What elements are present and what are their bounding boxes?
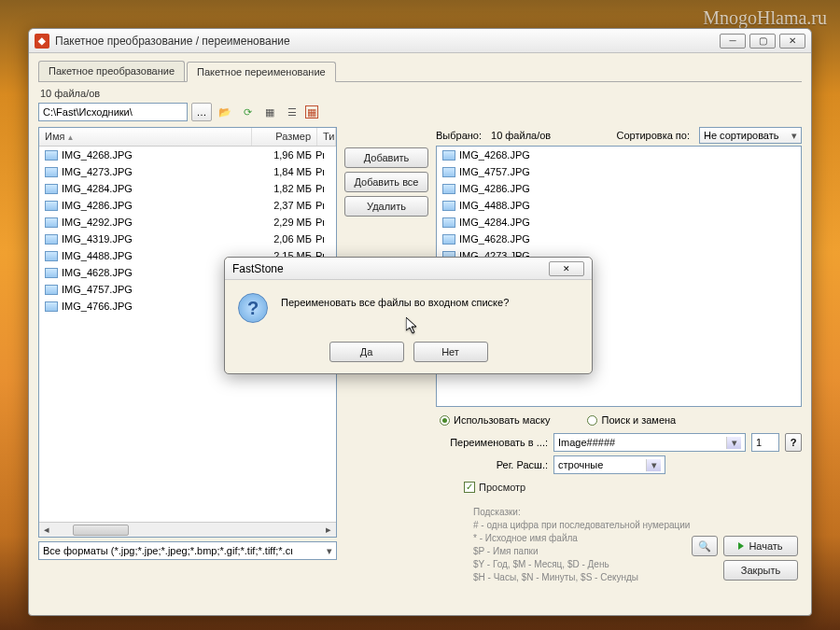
ext-case-combo[interactable]: строчные▾ [553,455,665,474]
preview-window-button[interactable]: 🔍 [692,536,718,556]
image-file-icon [442,167,455,177]
dialog-no-button[interactable]: Нет [413,342,488,362]
refresh-icon[interactable]: ⟳ [238,103,257,121]
image-file-icon [45,201,58,211]
sort-label: Сортировка по: [616,130,690,141]
table-row[interactable]: IMG_4286.JPG2,37 МБРι [39,197,336,214]
question-icon: ? [238,293,268,323]
start-number-spinner[interactable]: 1 [751,433,779,452]
dialog-close-button[interactable]: ✕ [549,261,584,276]
image-file-icon [45,268,58,278]
table-row[interactable]: IMG_4319.JPG2,06 МБРι [39,231,336,247]
horizontal-scrollbar[interactable]: ◂▸ [39,522,336,537]
tab-bar: Пакетное преобразование Пакетное переиме… [38,61,802,82]
tab-convert[interactable]: Пакетное преобразование [38,61,185,81]
image-file-icon [45,184,58,194]
view-thumb-icon[interactable]: ▦ [305,105,318,119]
cursor-icon [406,317,421,338]
add-all-button[interactable]: Добавить все [344,172,428,192]
radio-search-replace[interactable]: Поиск и замена [587,414,676,426]
close-main-button[interactable]: Закрыть [723,560,798,581]
path-input[interactable] [38,103,188,121]
preview-checkbox[interactable]: ✓Просмотр [464,482,802,493]
list-item[interactable]: IMG_4284.JPG [437,214,801,231]
format-filter-combo[interactable]: Все форматы (*.jpg;*.jpe;*.jpeg;*.bmp;*.… [38,541,337,560]
window-title: Пакетное преобразование / переименование [55,35,290,48]
col-type[interactable]: Ти [317,128,336,146]
col-name[interactable]: Имя▲ [39,128,252,146]
view-list-icon[interactable]: ☰ [283,103,301,121]
minimize-button[interactable]: ─ [720,34,746,49]
rename-to-label: Переименовать в ...: [436,437,548,448]
image-file-icon [442,234,455,245]
confirm-dialog: FastStone ✕ ? Переименовать все файлы во… [224,257,593,374]
image-file-icon [45,301,58,312]
table-row[interactable]: IMG_4284.JPG1,82 МБРι [39,180,336,197]
file-count-label: 10 файла/ов [40,88,802,99]
list-item[interactable]: IMG_4757.JPG [437,163,801,180]
image-file-icon [442,184,455,194]
table-row[interactable]: IMG_4273.JPG1,84 МБРι [39,163,336,180]
view-details-icon[interactable]: ▦ [260,103,279,121]
selected-label: Выбрано: [436,130,482,141]
image-file-icon [442,150,455,161]
remove-button[interactable]: Удалить [344,196,428,217]
image-file-icon [45,167,58,177]
table-row[interactable]: IMG_4268.JPG1,96 МБРι [39,147,336,163]
image-file-icon [442,217,455,228]
start-button[interactable]: Начать [723,536,798,556]
radio-use-mask[interactable]: Использовать маску [440,414,550,426]
image-file-icon [45,217,58,228]
list-item[interactable]: IMG_4286.JPG [437,180,801,197]
dialog-yes-button[interactable]: Да [329,342,404,362]
list-item[interactable]: IMG_4488.JPG [437,197,801,214]
tab-rename[interactable]: Пакетное переименование [187,62,336,82]
col-size[interactable]: Размер [252,128,317,146]
close-button[interactable]: ✕ [779,34,805,49]
app-icon: ◆ [35,34,49,49]
dialog-text: Переименовать все файлы во входном списк… [281,293,509,308]
watermark: MnogoHlama.ru [703,7,827,29]
titlebar[interactable]: ◆ Пакетное преобразование / переименован… [29,29,811,53]
image-file-icon [45,251,58,261]
rename-pattern-combo[interactable]: Image#####▾ [553,433,746,452]
image-file-icon [45,150,58,161]
ext-case-label: Рег. Расш.: [436,459,548,470]
image-file-icon [45,234,58,245]
sort-combo[interactable]: Не сортировать▾ [699,127,802,144]
maximize-button[interactable]: ▢ [749,34,776,49]
image-file-icon [45,285,58,295]
add-button[interactable]: Добавить [344,147,428,168]
folder-up-icon[interactable]: 📂 [216,103,234,121]
dialog-title: FastStone [232,262,284,275]
help-button[interactable]: ? [785,433,802,452]
list-item[interactable]: IMG_4628.JPG [437,231,801,247]
list-item[interactable]: IMG_4268.JPG [437,147,801,163]
selected-count: 10 файла/ов [491,130,551,141]
dialog-titlebar[interactable]: FastStone ✕ [225,258,592,280]
table-row[interactable]: IMG_4292.JPG2,29 МБРι [39,214,336,231]
browse-button[interactable]: … [191,103,212,121]
image-file-icon [442,201,455,211]
